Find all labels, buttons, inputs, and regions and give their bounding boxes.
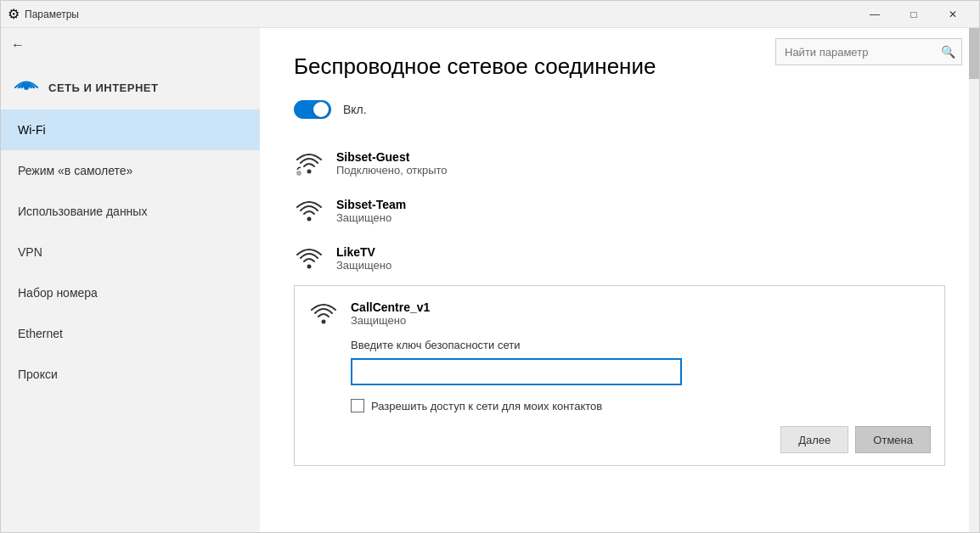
wifi-toggle-row: Вкл.: [294, 100, 945, 119]
network-list: Sibset-Guest Подключено, открыто: [294, 139, 945, 466]
wifi-signal-icon: [294, 148, 324, 178]
next-button[interactable]: Далее: [780, 426, 848, 453]
wifi-signal-icon-2: [294, 195, 324, 226]
network-name-3: LikeTV: [336, 245, 391, 259]
network-name: Sibset-Guest: [336, 150, 448, 164]
network-name-2: Sibset-Team: [336, 198, 406, 211]
title-bar-icon: ⚙: [8, 6, 20, 22]
svg-point-3: [307, 217, 312, 222]
security-key-input[interactable]: [351, 358, 682, 385]
sidebar-item-ethernet[interactable]: Ethernet: [1, 313, 260, 354]
main-content: ← СЕТЬ И ИНТЕРНЕТ Wi-Fi: [1, 28, 979, 532]
toggle-knob: [313, 102, 329, 117]
sidebar-item-proxy[interactable]: Прокси: [1, 354, 260, 395]
svg-point-1: [307, 170, 312, 174]
svg-point-2: [296, 171, 301, 176]
action-buttons: Далее Отмена: [308, 426, 931, 453]
network-status-4: Защищено: [351, 314, 430, 327]
sidebar-header-title: СЕТЬ И ИНТЕРНЕТ: [48, 81, 158, 94]
wifi-signal-icon-4: [308, 298, 339, 328]
cancel-button[interactable]: Отмена: [855, 426, 931, 453]
svg-point-4: [307, 265, 312, 269]
network-info-liketv: LikeTV Защищено: [336, 245, 391, 272]
network-status: Подключено, открыто: [336, 164, 448, 177]
title-bar-text: Параметры: [25, 8, 855, 20]
network-item-liketv[interactable]: LikeTV Защищено: [294, 234, 945, 282]
main-window: ⚙ Параметры — □ ✕ ←: [0, 0, 980, 533]
search-input[interactable]: [775, 38, 962, 65]
close-button[interactable]: ✕: [933, 1, 972, 28]
scrollbar-thumb[interactable]: [969, 28, 979, 79]
minimize-button[interactable]: —: [855, 1, 894, 28]
svg-point-5: [322, 320, 326, 324]
sidebar-item-airplane[interactable]: Режим «в самолете»: [1, 150, 260, 191]
network-info-sibset-team: Sibset-Team Защищено: [336, 198, 406, 224]
sidebar-item-data-usage[interactable]: Использование данных: [1, 191, 260, 232]
network-info-callcentre: CallCentre_v1 Защищено: [351, 300, 430, 327]
sidebar-item-dialing[interactable]: Набор номера: [1, 272, 260, 313]
title-bar-controls: — □ ✕: [855, 1, 972, 28]
sidebar: ← СЕТЬ И ИНТЕРНЕТ Wi-Fi: [1, 28, 260, 532]
network-name-4: CallCentre_v1: [351, 300, 430, 314]
sidebar-header: СЕТЬ И ИНТЕРНЕТ: [1, 62, 260, 109]
search-container: 🔍: [775, 38, 962, 65]
contacts-checkbox[interactable]: [351, 399, 364, 412]
sidebar-item-wifi[interactable]: Wi-Fi: [1, 109, 260, 150]
wifi-toggle[interactable]: [294, 100, 331, 119]
network-icon: [14, 76, 38, 99]
network-info-sibset-guest: Sibset-Guest Подключено, открыто: [336, 150, 448, 177]
content-area: 🔍 Беспроводное сетевое соединение Вкл.: [260, 28, 979, 532]
sidebar-item-vpn[interactable]: VPN: [1, 232, 260, 272]
checkbox-row: Разрешить доступ к сети для моих контакт…: [351, 399, 931, 412]
security-key-label: Введите ключ безопасности сети: [351, 339, 931, 351]
title-bar: ⚙ Параметры — □ ✕: [1, 1, 979, 28]
maximize-button[interactable]: □: [894, 1, 933, 28]
wifi-signal-icon-3: [294, 243, 324, 273]
network-item-callcentre-expanded: CallCentre_v1 Защищено Введите ключ безо…: [294, 285, 945, 466]
network-item-sibset-guest[interactable]: Sibset-Guest Подключено, открыто: [294, 139, 945, 187]
toggle-label: Вкл.: [343, 103, 367, 116]
network-status-3: Защищено: [336, 259, 391, 272]
back-arrow-icon: ←: [11, 37, 25, 53]
checkbox-label: Разрешить доступ к сети для моих контакт…: [371, 400, 602, 412]
network-item-sibset-team[interactable]: Sibset-Team Защищено: [294, 187, 945, 234]
sidebar-nav: Wi-Fi Режим «в самолете» Использование д…: [1, 109, 260, 532]
search-icon: 🔍: [941, 45, 955, 59]
network-status-2: Защищено: [336, 211, 406, 224]
back-button[interactable]: ←: [1, 28, 260, 62]
network-header-callcentre: CallCentre_v1 Защищено: [308, 298, 931, 328]
scrollbar-track[interactable]: [969, 28, 979, 532]
